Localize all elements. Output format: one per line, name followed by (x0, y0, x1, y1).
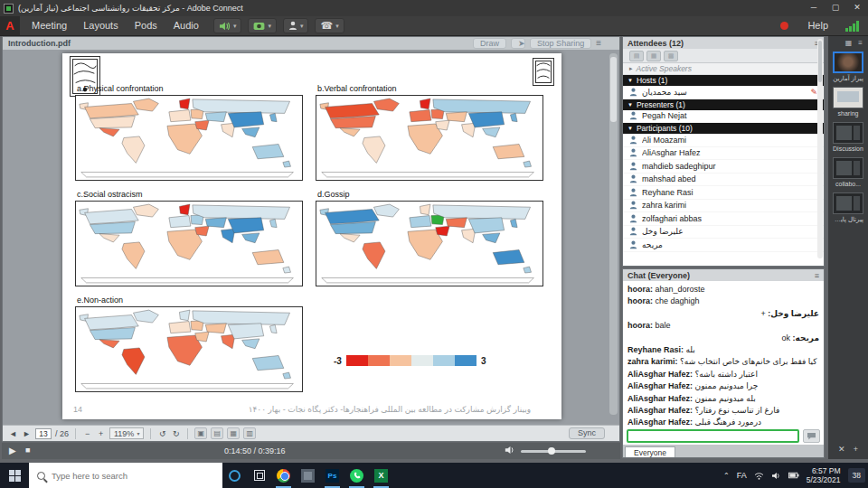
stop-button[interactable]: ■ (25, 446, 30, 455)
chevron-down-icon[interactable]: ▾ (300, 23, 304, 30)
app-icon (4, 4, 14, 14)
attendee-row[interactable]: سید محمدیان✎ (623, 86, 824, 99)
taskbar-search[interactable] (29, 463, 222, 488)
chat-input[interactable] (627, 429, 799, 443)
active-speakers-row[interactable]: ▸ Active Speakers (623, 63, 824, 75)
rotate-right-button[interactable]: ↻ (171, 429, 181, 438)
chevron-down-icon[interactable]: ▾ (233, 23, 237, 30)
speaker-tray-icon[interactable] (771, 472, 781, 480)
connection-strength-icon[interactable] (845, 21, 859, 32)
layout-thumbnail[interactable]: collabo... (833, 157, 863, 188)
zoom-level-value: 119% (114, 429, 134, 438)
chevron-down-icon[interactable]: ▾ (268, 23, 271, 30)
layout-thumbnail[interactable]: پیراز آمارین (833, 52, 863, 82)
attendee-view-grid-button[interactable]: ▦ (646, 51, 661, 61)
attendee-row[interactable]: علیرضا وخل (623, 226, 824, 239)
attendee-row[interactable]: zolfaghari abbas (623, 212, 824, 226)
zoom-in-button[interactable]: + (96, 429, 106, 438)
collapse-arrow-icon: ▼ (627, 102, 633, 108)
document-scrollbar[interactable] (609, 53, 618, 415)
thumbnail-view-button[interactable]: ▥ (243, 427, 256, 439)
maximize-button[interactable]: ▢ (825, 0, 846, 16)
pointer-tool-button[interactable]: ➤ (511, 38, 525, 49)
tray-expand-icon[interactable]: ⌃ (723, 472, 730, 480)
person-icon (629, 174, 637, 183)
excel-taskbar-button[interactable]: X (369, 463, 393, 488)
stop-sharing-button[interactable]: Stop Sharing (530, 38, 591, 49)
webcam-button[interactable]: ▾ (248, 18, 277, 33)
app-taskbar-button[interactable] (296, 463, 320, 488)
draw-button[interactable]: Draw (473, 38, 506, 49)
menu-layouts[interactable]: Layouts (75, 16, 127, 35)
menu-pods[interactable]: Pods (127, 16, 165, 35)
single-page-view-button[interactable]: ▣ (194, 427, 207, 439)
pod-menu-icon[interactable]: ≡ (596, 38, 601, 49)
fit-width-button[interactable]: ▤ (211, 427, 223, 439)
rail-close-icon[interactable]: ✕ (838, 445, 845, 454)
volume-slider-thumb[interactable] (548, 447, 555, 455)
start-button[interactable] (0, 463, 29, 488)
pod-menu-icon[interactable]: ≡ (815, 271, 819, 280)
rail-collapse-icon[interactable]: ≡ (858, 39, 863, 47)
share-pod-header: Introduction.pdf Draw ➤ Stop Sharing ≡ (3, 37, 619, 50)
attendee-row[interactable]: Reyhane Rasi (623, 186, 824, 200)
menu-help[interactable]: Help (799, 16, 836, 35)
prev-page-button[interactable]: ◄ (8, 429, 18, 438)
attendees-scrollbar[interactable] (817, 39, 823, 258)
phone-icon: ☎ (320, 21, 333, 31)
attendee-group-header[interactable]: ▼Presenters (1) (623, 99, 824, 110)
breakout-room-button[interactable]: ▩ (664, 51, 678, 61)
next-page-button[interactable]: ► (22, 429, 32, 438)
chat-send-button[interactable] (803, 429, 820, 443)
minimize-button[interactable]: ─ (803, 0, 825, 16)
taskbar-clock[interactable]: 6:57 PM 5/23/2021 (807, 466, 841, 484)
attendee-row[interactable]: mahdieb sadeghipur (623, 160, 824, 174)
attendee-row[interactable]: AliAsghar Hafez (623, 147, 824, 161)
photoshop-icon: Ps (326, 469, 339, 483)
menu-audio[interactable]: Audio (165, 16, 207, 35)
send-message-icon (807, 432, 816, 440)
cortana-button[interactable] (222, 463, 247, 488)
chrome-taskbar-button[interactable] (271, 463, 296, 488)
rail-add-icon[interactable]: + (854, 445, 858, 454)
volume-icon[interactable] (505, 446, 515, 456)
rotate-left-button[interactable]: ↺ (157, 429, 167, 438)
phone-button[interactable]: ☎ ▾ (315, 18, 344, 33)
fit-page-button[interactable]: ▦ (227, 427, 240, 439)
close-button[interactable]: ✕ (846, 0, 868, 16)
page-number-input[interactable]: 13 (35, 428, 52, 439)
menu-meeting[interactable]: Meeting (24, 16, 75, 35)
attendee-group-header[interactable]: ▼Hosts (1) (623, 75, 824, 86)
layout-thumbnail[interactable]: Discussion (833, 122, 863, 153)
layout-thumbnail[interactable]: sharing (833, 87, 863, 117)
attendee-view-list-button[interactable]: ▤ (629, 51, 644, 61)
rail-grid-icon[interactable]: ▦ (845, 39, 853, 47)
network-icon[interactable] (754, 472, 764, 480)
zoom-out-button[interactable]: − (82, 429, 92, 438)
share-pod: Introduction.pdf Draw ➤ Stop Sharing ≡ a… (2, 36, 620, 442)
sync-button[interactable]: Sync (569, 427, 605, 439)
attendee-group-header[interactable]: ▼Participants (10) (623, 123, 824, 134)
play-button[interactable]: ▶ (9, 446, 16, 455)
attendee-row[interactable]: Pegah Nejat (623, 110, 824, 124)
layout-thumbnail[interactable]: پیرتال پایانی (833, 192, 863, 223)
chevron-down-icon[interactable]: ▾ (335, 23, 339, 30)
volume-slider[interactable] (521, 450, 586, 453)
attendee-row[interactable]: مریحه (623, 239, 824, 252)
language-indicator[interactable]: FA (737, 471, 747, 480)
task-view-button[interactable] (247, 463, 271, 488)
zoom-level-select[interactable]: 119% ▾ (109, 427, 144, 439)
person-icon (629, 148, 637, 157)
attendee-row[interactable]: Ali Moazami (623, 134, 824, 147)
map-label: e.Non-action (77, 296, 308, 305)
attendee-row[interactable]: zahra karimi (623, 200, 824, 213)
whatsapp-taskbar-button[interactable] (344, 463, 369, 488)
search-input[interactable] (52, 471, 201, 481)
notification-count-badge[interactable]: 38 (848, 468, 865, 483)
battery-icon[interactable] (788, 472, 799, 479)
chat-tab-everyone[interactable]: Everyone (625, 446, 675, 457)
speaker-button[interactable]: ▾ (213, 18, 242, 33)
attendee-status-button[interactable]: ▾ (283, 18, 309, 33)
photoshop-taskbar-button[interactable]: Ps (320, 463, 344, 488)
attendee-row[interactable]: mahshad abed (623, 174, 824, 187)
